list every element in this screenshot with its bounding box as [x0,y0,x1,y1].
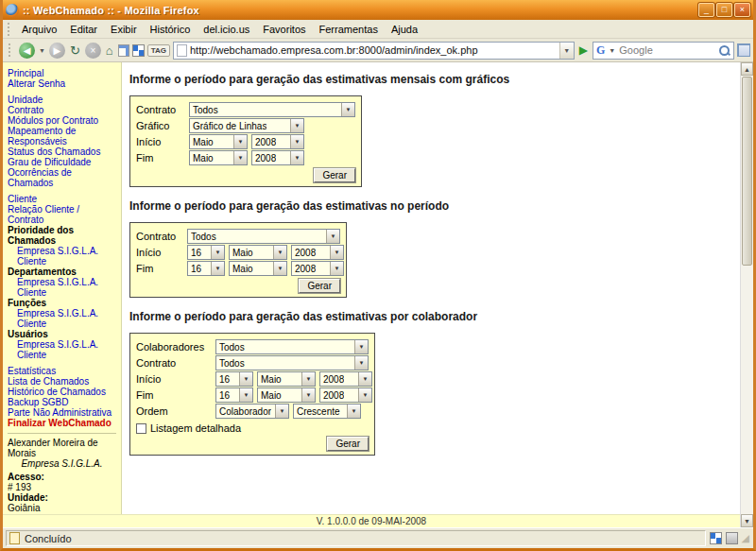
form3-colaboradores-select[interactable]: Todos ▼ [215,339,369,354]
scrollbar-track[interactable] [741,267,753,514]
sidebar-link-funcoes-cliente[interactable]: Cliente [8,319,116,329]
form2-fim-day-select[interactable]: 16 ▼ [187,261,225,276]
sidebar-link-funcoes-empresa[interactable]: Empresa S.I.G.L.A. [8,308,116,319]
sidebar-link-estatisticas[interactable]: Estatísticas [8,366,116,376]
form3-ordem-select[interactable]: Colaborador ▼ [215,404,289,419]
form2-inicio-year-select[interactable]: 2008 ▼ [291,245,344,260]
form3-colaboradores-label: Colaboradores [136,341,212,353]
go-button[interactable]: ▶ [577,43,590,57]
maximize-button[interactable]: □ [716,3,732,17]
title-bar: :: WebChamado :: - Mozilla Firefox _ □ × [3,0,753,20]
tag-button[interactable]: TAG [147,44,170,57]
form3-fim-month-select[interactable]: Maio ▼ [257,387,316,403]
back-dropdown-icon[interactable]: ▼ [38,47,46,54]
menu-editar[interactable]: Editar [63,21,104,38]
close-button[interactable]: × [734,3,750,17]
sidebar-link-alterar-senha[interactable]: Alterar Senha [8,78,116,89]
form1-gerar-button[interactable]: Gerar [314,168,355,182]
delicious-icon[interactable] [132,44,145,57]
form2-fim-month-select[interactable]: Maio ▼ [229,261,287,276]
form2-fim-year-select[interactable]: 2008 ▼ [291,261,344,276]
form3-inicio-month-select[interactable]: Maio ▼ [257,371,316,387]
sidebar-link-cliente[interactable]: Cliente [8,194,116,204]
form3-inicio-day-select[interactable]: 16 ▼ [215,371,253,387]
sidebar-link-mapeamento-de-responsaveis[interactable]: Mapeamento de Responsáveis [8,126,116,146]
vertical-scrollbar[interactable]: ▲ ▼ [740,62,753,527]
scrollbar-thumb[interactable] [742,77,752,266]
sidebar-link-relacao-cliente-contrato[interactable]: Relação Cliente / Contrato [8,204,116,225]
form2-inicio-month-select[interactable]: Maio ▼ [229,245,287,260]
sidebar-link-departamentos-cliente[interactable]: Cliente [8,287,116,298]
form2-contrato-select[interactable]: Todos ▼ [187,229,340,244]
form1-fim-month-select[interactable]: Maio ▼ [189,150,248,165]
form1-inicio-month-select[interactable]: Maio ▼ [189,134,248,149]
sidebar-link-backup-sgbd[interactable]: Backup SGBD [8,397,116,407]
statusbar-extension-icon[interactable] [726,532,738,544]
sidebar-link-usuarios-cliente[interactable]: Cliente [8,350,116,360]
dropdown-arrow-icon: ▼ [330,246,343,259]
sidebar-link-parte-nao-administrativa[interactable]: Parte Não Administrativa [8,407,116,418]
menu-ferramentas[interactable]: Ferramentas [313,21,385,38]
form2-contrato-label: Contrato [136,231,183,242]
form3-fim-year-select[interactable]: 2008 ▼ [319,387,372,403]
sidebar-link-historico-de-chamados[interactable]: Histórico de Chamados [8,387,116,397]
sidebar-link-usuarios-empresa[interactable]: Empresa S.I.G.L.A. [8,339,116,350]
stop-button[interactable]: × [85,43,101,59]
search-icon[interactable] [718,44,730,57]
form1-grafico-select[interactable]: Gráfico de Linhas ▼ [189,118,304,133]
sidebar-link-prioridade-empresa[interactable]: Empresa S.I.G.L.A. [8,246,116,256]
search-input[interactable]: G ▼ Google [593,42,734,60]
form3: Colaboradores Todos ▼ Contrato Todos ▼ [129,333,375,456]
menu-arquivo[interactable]: Arquivo [15,21,63,38]
reload-button[interactable]: ↻ [68,43,82,58]
form3-gerar-button[interactable]: Gerar [327,437,369,451]
dropdown-arrow-icon: ▼ [301,372,315,386]
select-value: Maio [232,264,253,274]
sidebar-link-contrato[interactable]: Contrato [8,105,116,115]
form3-contrato-select[interactable]: Todos ▼ [215,355,369,370]
resize-grip-icon[interactable]: ◢ [742,533,750,543]
menu-favoritos[interactable]: Favoritos [256,21,312,38]
form2-gerar-button[interactable]: Gerar [299,279,340,293]
url-dropdown-icon[interactable]: ▼ [559,43,574,59]
form3-title: Informe o período para geração das estim… [129,310,732,323]
scroll-down-icon[interactable]: ▼ [741,514,753,527]
back-button[interactable]: ◀ [19,43,35,59]
home-button[interactable]: ⌂ [104,43,115,58]
sidebar-link-prioridade-cliente[interactable]: Cliente [8,256,116,267]
sidebar-link-lista-de-chamados[interactable]: Lista de Chamados [8,376,116,387]
sidebar-link-ocorrencias-de-chamados[interactable]: Ocorrências de Chamados [8,167,116,188]
form1-contrato-select[interactable]: Todos ▼ [189,102,355,117]
sidebar-link-status-dos-chamados[interactable]: Status dos Chamados [8,146,116,157]
form3-inicio-year-select[interactable]: 2008 ▼ [319,371,372,387]
select-value: 2008 [255,137,276,147]
forward-button[interactable]: ▶ [49,43,65,59]
listagem-detalhada-checkbox[interactable] [136,423,146,434]
url-input[interactable]: http://webchamado.empresa.com.br:8000/ad… [173,42,575,60]
statusbar-delicious-icon[interactable] [710,532,722,544]
search-engine-dropdown-icon[interactable]: ▼ [608,47,616,54]
delicious-post-icon[interactable] [118,44,129,57]
sidebar-link-finalizar-webchamado[interactable]: Finalizar WebChamado [8,418,116,428]
menu-historico[interactable]: Histórico [144,21,198,38]
form3-ordem-direction-select[interactable]: Crescente ▼ [293,404,361,419]
sidebar-link-grau-de-dificuldade[interactable]: Grau de Dificuldade [8,157,116,167]
form2-inicio-day-select[interactable]: 16 ▼ [187,245,225,260]
menu-ajuda[interactable]: Ajuda [385,21,424,38]
form1-inicio-year-select[interactable]: 2008 ▼ [251,134,304,149]
user-company: Empresa S.I.G.L.A. [8,458,116,469]
form3-contrato-label: Contrato [136,357,212,369]
scroll-up-icon[interactable]: ▲ [741,62,753,76]
sidebar-link-modulos-por-contrato[interactable]: Módulos por Contrato [8,115,116,126]
menu-delicious[interactable]: del.icio.us [197,21,256,38]
form3-fim-day-select[interactable]: 16 ▼ [215,387,253,403]
sidebar-link-principal[interactable]: Principal [8,68,116,78]
dropdown-arrow-icon: ▼ [341,103,354,116]
toolbar-extension-icon[interactable] [737,43,750,57]
form1-fim-year-select[interactable]: 2008 ▼ [251,150,304,165]
minimize-button[interactable]: _ [698,3,714,17]
sidebar-link-unidade[interactable]: Unidade [8,95,116,105]
dropdown-arrow-icon: ▼ [211,246,224,259]
menu-exibir[interactable]: Exibir [104,21,144,38]
sidebar-link-departamentos-empresa[interactable]: Empresa S.I.G.L.A. [8,277,116,287]
